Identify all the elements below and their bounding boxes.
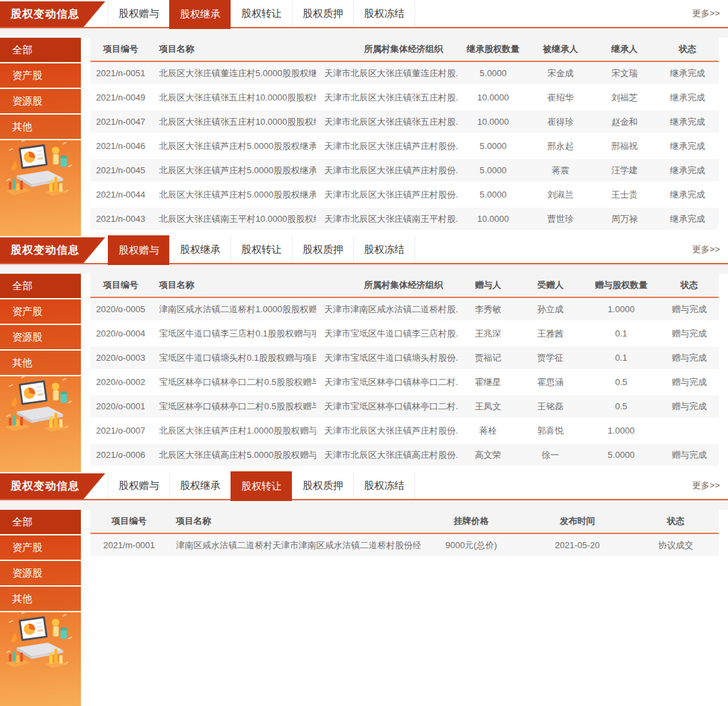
tab-股权赠与[interactable]: 股权赠与 [108, 0, 169, 27]
table-header-row: 项目编号项目名称所属村集体经济组织赠与人受赠人赠与股权数量状态 [90, 274, 719, 297]
sidebar-item-全部[interactable]: 全部 [0, 38, 81, 63]
sidebar-item-资源股[interactable]: 资源股 [0, 561, 81, 587]
table-cell: 天津市津南区咸水沽镇二道桥村股... [316, 297, 458, 322]
more-link[interactable]: 更多>> [692, 0, 720, 27]
panel-body: 全部资产股资源股其他 项目编号项目名称所属村集体经济组织继承股权数量被继承人继承… [0, 38, 728, 236]
tab-bar: 股权赠与股权继承股权转让股权质押股权冻结 [108, 236, 415, 263]
panel-title-ribbon: 股权变动信息 [0, 237, 105, 263]
panel-body: 全部资产股资源股其他 项目编号项目名称所属村集体经济组织赠与人受赠人赠与股权数量… [0, 274, 728, 472]
column-header-状态: 状态 [633, 510, 719, 533]
tab-股权冻结[interactable]: 股权冻结 [353, 0, 415, 27]
category-sidebar: 全部资产股资源股其他 [0, 510, 81, 706]
tab-股权转让[interactable]: 股权转让 [231, 471, 292, 501]
table-cell: 津南区咸水沽镇二道桥村1.0000股股权赠... [151, 297, 316, 322]
panel-title: 股权变动信息 [11, 8, 80, 20]
table-cell: 北辰区大张庄镇芦庄村5.0000股股权继承... [151, 183, 316, 207]
transfer-table: 项目编号项目名称挂牌价格发布时间状态2021/m-0001津南区咸水沽镇二道桥村… [90, 510, 719, 558]
table-row[interactable]: 2021/o-0006北辰区大张庄镇高庄村5.0000股股权赠与...天津市北辰… [90, 443, 719, 467]
table-row[interactable]: 2020/o-0002宝坻区林亭口镇林亭口二村0.5股股权赠与...天津市宝坻区… [90, 370, 719, 394]
tab-股权继承[interactable]: 股权继承 [169, 0, 231, 29]
table-area: 项目编号项目名称挂牌价格发布时间状态2021/m-0001津南区咸水沽镇二道桥村… [81, 510, 728, 706]
table-cell: 2020/o-0002 [90, 370, 151, 394]
column-header-受赠人: 受赠人 [518, 274, 582, 297]
panel-header: 股权变动信息 股权赠与股权继承股权转让股权质押股权冻结 更多>> [0, 472, 728, 500]
sidebar-item-全部[interactable]: 全部 [0, 510, 81, 535]
table-cell: 1.0000 [582, 297, 660, 322]
table-cell: 邢福祝 [593, 134, 657, 158]
tab-股权冻结[interactable]: 股权冻结 [353, 472, 415, 499]
table-row[interactable]: 2021/n-0047北辰区大张庄镇张五庄村10.0000股股权继...天津市北… [90, 110, 719, 134]
table-cell: 北辰区大张庄镇张五庄村10.0000股股权继... [151, 86, 316, 110]
table-cell: 北辰区大张庄镇高庄村5.0000股股权赠与... [151, 443, 316, 467]
table-cell: 1.0000 [582, 419, 660, 443]
table-cell: 协议成交 [633, 533, 719, 558]
table-area: 项目编号项目名称所属村集体经济组织继承股权数量被继承人继承人状态2021/n-0… [81, 38, 728, 236]
category-sidebar-items: 全部资产股资源股其他 [0, 274, 81, 376]
charts-laptop-illustration [3, 608, 78, 678]
charts-laptop-illustration [3, 372, 78, 442]
table-cell: 贾学征 [518, 346, 582, 370]
sidebar-item-资源股[interactable]: 资源股 [0, 89, 81, 115]
table-row[interactable]: 2021/n-0046北辰区大张庄镇芦庄村5.0000股股权继承...天津市北辰… [90, 134, 719, 158]
column-header-状态: 状态 [660, 274, 719, 297]
tab-股权冻结[interactable]: 股权冻结 [353, 236, 415, 263]
table-cell: 北辰区大张庄镇董连庄村5.0000股股权继... [151, 61, 316, 86]
tab-股权继承[interactable]: 股权继承 [169, 472, 231, 499]
tab-股权质押[interactable]: 股权质押 [292, 472, 353, 499]
sidebar-item-资产股[interactable]: 资产股 [0, 535, 81, 561]
tab-股权继承[interactable]: 股权继承 [169, 236, 231, 263]
table-row[interactable]: 2021/o-0007北辰区大张庄镇芦庄村1.0000股股权赠与...天津市北辰… [90, 419, 719, 443]
table-cell: 天津市北辰区大张庄镇董连庄村股... [316, 61, 458, 86]
table-row[interactable]: 2021/n-0051北辰区大张庄镇董连庄村5.0000股股权继...天津市北辰… [90, 61, 719, 86]
equity-change-page: 股权变动信息 股权赠与股权继承股权转让股权质押股权冻结 更多>> 全部资产股资源… [0, 0, 728, 706]
tab-股权赠与[interactable]: 股权赠与 [108, 235, 169, 265]
sidebar-item-资产股[interactable]: 资产股 [0, 63, 81, 89]
charts-laptop-illustration [3, 136, 78, 206]
table-cell: 津南区咸水沽镇二道桥村天津市津南区咸水沽镇二道桥村股份经... [168, 533, 421, 558]
table-row[interactable]: 2021/n-0049北辰区大张庄镇张五庄村10.0000股股权继...天津市北… [90, 86, 719, 110]
column-header-状态: 状态 [657, 38, 719, 61]
table-row[interactable]: 2021/n-0045北辰区大张庄镇芦庄村5.0000股股权继承...天津市北辰… [90, 158, 719, 183]
table-row[interactable]: 2021/n-0044北辰区大张庄镇芦庄村5.0000股股权继承...天津市北辰… [90, 183, 719, 207]
tab-股权赠与[interactable]: 股权赠与 [108, 472, 169, 499]
table-cell: 天津市北辰区大张庄镇芦庄村股份... [316, 134, 458, 158]
table-cell: 蒋栓 [458, 419, 518, 443]
table-row[interactable]: 2021/m-0001津南区咸水沽镇二道桥村天津市津南区咸水沽镇二道桥村股份经.… [90, 533, 719, 558]
table-cell: 天津市北辰区大张庄镇芦庄村股份... [316, 419, 458, 443]
more-link[interactable]: 更多>> [692, 472, 720, 499]
column-header-所属村集体经济组织: 所属村集体经济组织 [316, 38, 458, 61]
table-cell: 崔绍华 [528, 86, 593, 110]
table-cell: 赠与完成 [660, 443, 719, 467]
table-cell: 天津市宝坻区牛道口镇塘头村股份... [316, 346, 458, 370]
table-cell: 高文荣 [458, 443, 518, 467]
table-cell: 2021/n-0045 [90, 158, 151, 183]
table-cell: 贾福记 [458, 346, 518, 370]
sidebar-item-资源股[interactable]: 资源股 [0, 325, 81, 351]
table-row[interactable]: 2020/o-0003宝坻区牛道口镇塘头村0.1股股权赠与项目天津市宝坻区牛道口… [90, 346, 719, 370]
table-cell: 曹世珍 [528, 207, 593, 231]
sidebar-item-资产股[interactable]: 资产股 [0, 299, 81, 325]
table-cell: 孙立成 [518, 297, 582, 322]
table-row[interactable]: 2021/n-0043北辰区大张庄镇南王平村10.0000股股权继...天津市北… [90, 207, 719, 231]
table-cell: 2021/n-0047 [90, 110, 151, 134]
table-row[interactable]: 2020/o-0001宝坻区林亭口镇林亭口二村0.5股股权赠与...天津市宝坻区… [90, 394, 719, 419]
table-cell: 宝坻区牛道口镇塘头村0.1股股权赠与项目 [151, 346, 316, 370]
table-row[interactable]: 2020/o-0005津南区咸水沽镇二道桥村1.0000股股权赠...天津市津南… [90, 297, 719, 322]
equity-panel-gift: 股权变动信息 股权赠与股权继承股权转让股权质押股权冻结 更多>> 全部资产股资源… [0, 236, 728, 472]
tab-股权转让[interactable]: 股权转让 [231, 236, 292, 263]
more-link[interactable]: 更多>> [692, 236, 720, 263]
table-area: 项目编号项目名称所属村集体经济组织赠与人受赠人赠与股权数量状态2020/o-00… [81, 274, 728, 472]
table-cell: 10.0000 [458, 86, 528, 110]
gift-table: 项目编号项目名称所属村集体经济组织赠与人受赠人赠与股权数量状态2020/o-00… [90, 274, 719, 468]
table-row[interactable]: 2020/o-0004宝坻区牛道口镇李三店村0.1股股权赠与项目天津市宝坻区牛道… [90, 322, 719, 346]
tab-股权质押[interactable]: 股权质押 [292, 236, 353, 263]
table-cell: 宋金成 [528, 61, 593, 86]
table-cell: 10.0000 [458, 207, 528, 231]
tab-股权转让[interactable]: 股权转让 [231, 0, 292, 27]
table-header-row: 项目编号项目名称挂牌价格发布时间状态 [90, 510, 719, 533]
tab-股权质押[interactable]: 股权质押 [292, 0, 353, 27]
table-cell: 王凤文 [458, 394, 518, 419]
panel-title-ribbon: 股权变动信息 [0, 1, 105, 27]
table-cell: 霍思涵 [518, 370, 582, 394]
sidebar-item-全部[interactable]: 全部 [0, 274, 81, 299]
